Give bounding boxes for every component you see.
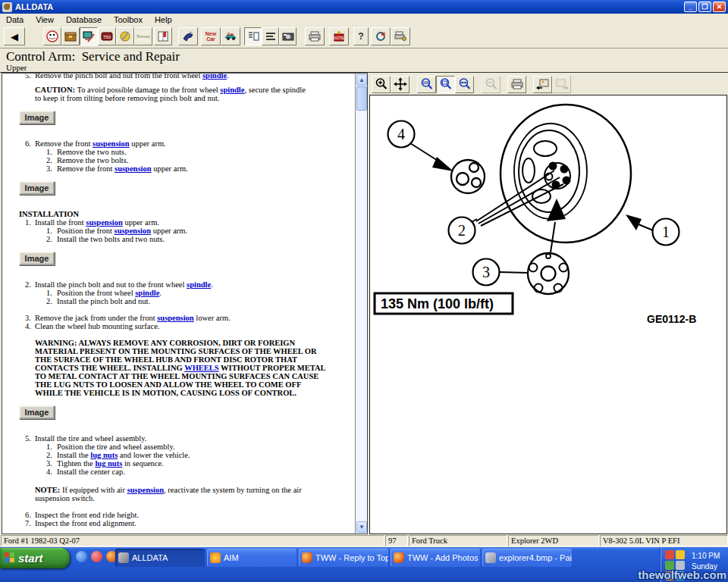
start-button[interactable]: start <box>0 548 70 568</box>
task-label: explorer4.bmp - Paint <box>499 553 572 562</box>
image-button[interactable]: Image <box>19 181 55 195</box>
image-button[interactable]: Image <box>19 111 55 124</box>
procedure-link[interactable]: lug nuts <box>90 451 118 459</box>
procedure-text: If equipped with air <box>60 486 127 494</box>
aim-icon <box>210 552 221 563</box>
scroll-down-button[interactable]: ▼ <box>356 521 367 533</box>
procedure-link[interactable]: spindle <box>187 280 211 289</box>
procedure-link[interactable]: spindle <box>135 289 159 297</box>
vertical-scrollbar[interactable]: ▲ ▼ <box>355 74 367 534</box>
media-icon[interactable] <box>91 551 102 562</box>
refresh-button[interactable] <box>371 27 391 45</box>
book-button[interactable] <box>154 27 172 45</box>
tray-icon-2[interactable] <box>676 550 685 559</box>
menu-database[interactable]: Database <box>60 15 108 24</box>
document-header: Control Arm: Service and Repair Upper <box>0 48 728 73</box>
warning-paragraph: WARNING: ALWAYS REMOVE ANY CORROSION, DI… <box>35 339 345 397</box>
procedure-text: Install the pinch bolt and nut to the fr… <box>35 280 187 289</box>
scroll-up-button[interactable]: ▲ <box>356 74 367 86</box>
renew-button[interactable]: Renew <box>134 27 152 45</box>
mascot-button[interactable] <box>43 27 61 45</box>
page-subtitle: Upper <box>6 64 728 72</box>
restore-button[interactable]: ❐ <box>698 2 711 12</box>
procedure-text: lower arm. <box>194 314 231 322</box>
procedure-text: MATERIAL PRESENT ON THE MOUNTING SURFACE… <box>35 347 317 355</box>
firefox-icon <box>302 552 312 563</box>
hand-tools-button[interactable] <box>178 27 198 45</box>
printer-button[interactable] <box>305 27 325 45</box>
zoom-100-button[interactable]: 100 <box>417 76 436 93</box>
taskbar-button-tww-add-photos[interactable]: TWW - Add Photos - ... <box>391 549 480 567</box>
image-button[interactable]: Image <box>19 252 55 265</box>
odometer-button[interactable]: 750 <box>98 27 116 45</box>
image-button[interactable]: Image <box>19 405 55 419</box>
document: 5.Remove the pinch bolt and nut from the… <box>2 74 345 527</box>
status-bar: Ford #1 1982-03 Q2-07 97 Ford Truck Expl… <box>0 534 728 547</box>
quick-launch <box>76 551 118 562</box>
procedure-step: 7.Inspect the front end alignment. <box>10 519 345 527</box>
taskbar-button-aim[interactable]: AIM <box>207 549 297 567</box>
image-prev-button[interactable] <box>533 76 552 93</box>
procedure-text: . <box>211 280 213 289</box>
browser-icon[interactable] <box>76 551 87 562</box>
procedure-link[interactable]: lug nuts <box>95 459 122 468</box>
scroll-thumb[interactable] <box>356 86 367 111</box>
task-label: TWW - Reply to Topic... <box>315 553 388 562</box>
zoom-in-button[interactable] <box>372 76 391 93</box>
camera-button[interactable] <box>279 27 297 45</box>
procedure-text: Install the tire and wheel assembly. <box>35 434 146 443</box>
menu-data[interactable]: Data <box>0 15 30 24</box>
note-button[interactable]: NOTE <box>329 27 349 45</box>
procedure-link[interactable]: suspension <box>115 164 151 173</box>
procedure-link[interactable]: suspension <box>157 314 193 322</box>
procedure-link[interactable]: spindle <box>202 73 227 80</box>
computer-tools-button[interactable] <box>80 27 98 45</box>
text-lines-button[interactable] <box>262 27 279 45</box>
svg-text:100: 100 <box>422 80 429 85</box>
task-label: AIM <box>224 553 239 562</box>
taskbar-button-tww-reply-to-topic[interactable]: TWW - Reply to Topic... <box>299 549 388 567</box>
back-button[interactable]: ◀ <box>4 27 25 45</box>
procedure-text: CONTACTS THE WHEEL. INSTALLING <box>35 364 184 372</box>
procedure-text: to keep it from tilting before removing … <box>35 94 220 102</box>
new-car-button[interactable]: NewCar <box>201 27 221 45</box>
article-list-button[interactable] <box>244 27 262 45</box>
procedure-text: Install the front <box>35 218 86 227</box>
procedure-text: WHILE THE VEHICLE IS IN MOTION, CAUSING … <box>35 389 297 397</box>
zoom-width-button[interactable] <box>455 76 474 93</box>
procedure-text: . <box>227 73 229 80</box>
minimize-button[interactable]: _ <box>684 2 697 12</box>
svg-text:2: 2 <box>458 222 466 239</box>
menu-toolbox[interactable]: Toolbox <box>108 15 149 24</box>
print-button[interactable] <box>507 76 526 93</box>
procedure-text: Inspect the front end ride height. <box>35 511 139 519</box>
taskbar-button-explorer4-bmp-paint[interactable]: explorer4.bmp - Paint <box>482 549 572 567</box>
procedure-link[interactable]: spindle <box>220 86 244 94</box>
procedure-text: , secure the spindle <box>244 86 305 94</box>
clock-time: 1:10 PM <box>692 551 720 562</box>
used-car-button[interactable]: Car <box>221 27 240 45</box>
menu-bar: Data View Database Toolbox Help <box>0 14 728 25</box>
procedure-link[interactable]: suspension <box>127 486 164 494</box>
procedure-link[interactable]: suspension <box>115 227 151 235</box>
procedure-link[interactable]: suspension <box>93 139 129 148</box>
tray-icon-1[interactable] <box>665 550 674 559</box>
fax-button[interactable] <box>391 27 410 45</box>
zoom-out-button[interactable] <box>482 76 500 93</box>
pan-button[interactable] <box>391 76 410 93</box>
procedure-text: Remove the jack from under the front <box>35 314 157 322</box>
zoom-fit-button[interactable] <box>436 76 455 93</box>
torque-box: 135 Nm (100 lb/ft) <box>375 293 513 314</box>
toolbox-button[interactable] <box>61 27 80 45</box>
menu-help[interactable]: Help <box>149 15 178 24</box>
close-button[interactable]: ✕ <box>713 2 726 12</box>
procedure-link[interactable]: suspension <box>86 218 122 227</box>
image-next-button[interactable] <box>552 76 571 93</box>
menu-view[interactable]: View <box>30 15 60 24</box>
gear-wrench-button[interactable] <box>116 27 134 45</box>
procedure-link[interactable]: WHEELS <box>184 364 219 372</box>
procedure-text: Remove the front <box>35 139 93 148</box>
taskbar-button-alldata[interactable]: ALLDATA <box>115 549 205 567</box>
procedure-step: 4.Clean the wheel hub mounting surface. <box>10 322 345 330</box>
help-button[interactable]: ? <box>353 27 369 45</box>
